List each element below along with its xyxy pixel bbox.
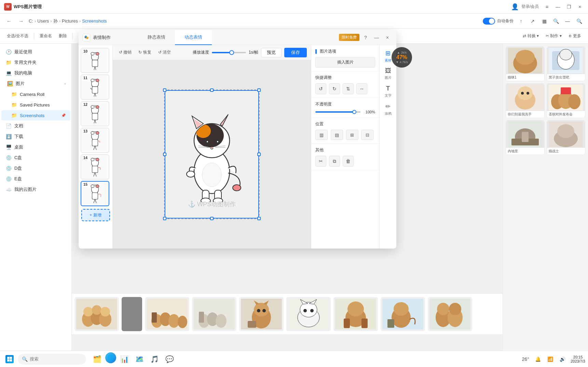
sidebar-item-desktop[interactable]: 🖥️ 桌面 [1,142,70,152]
bottom-thumb-3[interactable] [192,297,236,331]
rp-redo-btn[interactable]: ↻ [329,83,340,94]
rp-pos-crop[interactable]: ⊟ [361,130,373,140]
file-thumb-1[interactable]: 猫咪1 [506,46,545,81]
path-sun[interactable]: 孙 [53,18,58,24]
insert-image-button[interactable]: 插入图片 [315,57,375,68]
rp-tab-paint[interactable]: ✏ 涂鸦 [381,101,395,117]
tab-dynamic[interactable]: 动态表情 [175,44,212,45]
taskbar-app-file-explorer[interactable]: 🗂️ [90,352,104,366]
file-thumb-3[interactable]: 你们别逼我洗手 [506,83,545,118]
file-thumb-5[interactable]: 内地里 [506,120,545,155]
taskbar-volume-icon[interactable]: 🔊 [557,354,568,365]
frame-item-15[interactable]: 15 [81,181,109,206]
path-pictures[interactable]: Pictures [62,18,78,24]
rp-tab-image[interactable]: 🖼 图片 [381,66,395,82]
maximize-button[interactable]: ❐ [565,3,573,11]
preview-button[interactable]: 预览 [261,48,282,57]
handle-top-right[interactable] [257,88,261,92]
rp-opacity-slider[interactable] [315,111,360,113]
bottom-thumb-8[interactable] [428,297,472,331]
bottom-thumb-placeholder[interactable] [122,297,142,331]
handle-bottom-left[interactable] [163,217,166,220]
handle-top-center[interactable] [210,88,214,92]
frame-item-11[interactable]: 11 [81,74,109,100]
taskbar-app-map[interactable]: 🗺️ [133,352,146,366]
upload-button[interactable]: ↑ [516,16,526,26]
bottom-thumb-7[interactable] [381,297,425,331]
handle-top-left[interactable] [163,88,166,92]
sidebar-item-cdrive[interactable]: 💿 C盘 [1,153,70,163]
taskbar-clock[interactable]: 20:15 2023/7/3 [571,355,585,363]
user-area[interactable]: 👤 登录/会员 [511,3,539,11]
more-button[interactable]: ⊕ 更多 [566,32,584,40]
clear-button[interactable]: ↺ 清空 [156,48,173,56]
frame-item-13[interactable]: 13 [81,128,109,153]
back-button[interactable]: ← [4,16,14,26]
taskbar-battery-temp[interactable]: 26° [520,354,531,365]
sidebar-item-pictures[interactable]: 🖼️ 图片 ▾ [1,79,70,89]
forward-button[interactable]: → [16,16,26,26]
undo-button[interactable]: ↺ 撤销 [117,48,134,56]
taskbar-search[interactable]: 🔍 [18,354,86,365]
transfer-button[interactable]: ⇄ 转换 ▾ [520,32,542,40]
auto-backup-toggle[interactable] [483,18,495,25]
sidebar-item-saved-pictures[interactable]: 📁 Saved Pictures [1,100,70,110]
rp-pos-layer-top[interactable]: ▤ [331,130,343,140]
start-button[interactable] [3,352,16,366]
bottom-thumb-2[interactable] [145,297,189,331]
path-screenshots[interactable]: Screenshots [82,18,107,24]
bottom-thumb-5[interactable] [286,297,331,331]
redo-button[interactable]: ↻ 恢复 [136,48,153,56]
path-users[interactable]: Users [37,18,49,24]
bottom-thumb-4[interactable] [239,297,284,331]
file-thumb-4[interactable]: 圣朝对外发布会 [547,83,586,118]
handle-bottom-center[interactable] [210,217,214,220]
settings-button[interactable]: 🔍 [574,16,584,26]
sidebar-item-docs[interactable]: 📄 文档 [1,121,70,131]
handle-bottom-right[interactable] [257,217,261,220]
make-button[interactable]: ✂ 制作 ▾ [543,32,564,40]
sidebar-item-ddrive[interactable]: 💿 D盘 [1,163,70,173]
rp-pos-layer-bottom[interactable]: ▥ [315,130,328,140]
menu-button[interactable]: ≡ [543,3,551,11]
view-button[interactable]: ▦ [539,16,549,26]
rp-cut-btn[interactable]: ✂ [315,156,326,167]
sidebar-item-screenshots[interactable]: 📁 Screenshots 📌 [1,110,70,121]
save-button[interactable]: 保存 [284,48,307,57]
rp-flip-h-btn[interactable]: ⇅ [343,83,354,94]
search-input[interactable] [30,356,81,362]
file-thumb-2[interactable]: 黑子赏出雪吧 [547,46,586,81]
speed-slider[interactable] [212,52,246,53]
delete-button[interactable]: 删除 [56,32,70,40]
rp-pos-align[interactable]: ⊞ [346,130,358,140]
rp-delete-btn[interactable]: 🗑 [343,156,354,167]
close-button[interactable]: × [576,3,584,11]
rp-tab-text[interactable]: T 文字 [381,83,395,100]
minimize-button[interactable]: — [554,3,562,11]
share-button[interactable]: ↗ [528,16,537,26]
taskbar-app-music[interactable]: 🎵 [148,352,161,366]
rp-flip-v-btn[interactable]: ↔ [356,83,367,94]
taskbar-app-wps[interactable]: 📊 [118,352,131,366]
file-thumb-6[interactable]: 猫战士 [547,120,586,155]
sidebar-item-edrive[interactable]: 💿 E盘 [1,174,70,184]
bottom-thumb-1[interactable] [74,297,119,331]
sidebar-item-recent[interactable]: 🕐 最近使用 [1,47,70,57]
sidebar-item-mypc[interactable]: 💻 我的电脑 [1,68,70,78]
rp-copy-btn[interactable]: ⧉ [329,156,340,167]
rp-undo-btn[interactable]: ↺ [315,83,326,94]
sidebar-item-camera-roll[interactable]: 📁 Camera Roll [1,89,70,99]
path-c[interactable]: C: [29,18,33,24]
rename-button[interactable]: 重命名 [37,32,55,40]
frame-item-10[interactable]: 10 [81,48,109,73]
bottom-thumb-6[interactable] [333,297,378,331]
taskbar-app-browser[interactable]: 🌐 [105,352,116,363]
tab-static[interactable]: 静态表情 [138,44,175,45]
search-button[interactable]: 🔍 [551,16,561,26]
handle-middle-left[interactable] [163,153,166,156]
select-all-button[interactable]: 全选/全不选 [4,32,31,40]
new-frame-button[interactable]: + 新增 [81,209,110,221]
sidebar-item-common[interactable]: 📁 常用文件夹 [1,57,70,68]
frame-item-14[interactable]: 14 [81,154,109,180]
frame-item-12[interactable]: 12 [81,101,109,126]
